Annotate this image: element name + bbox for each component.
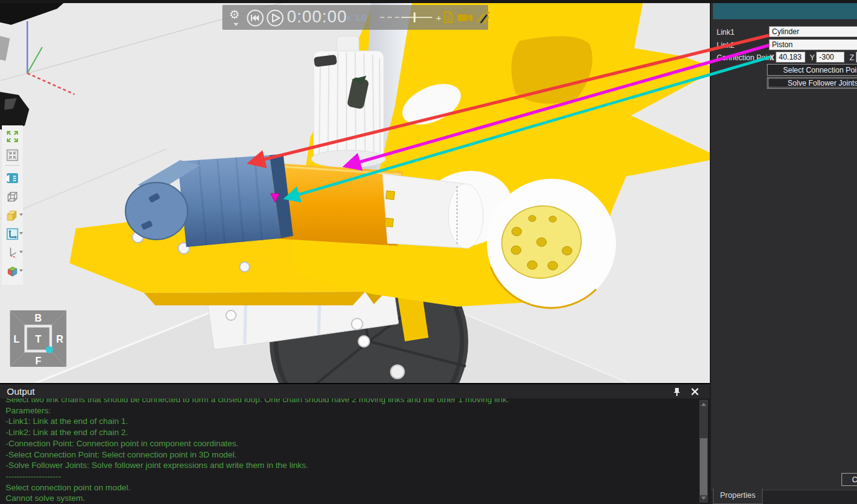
dropdown-caret-icon[interactable] — [19, 232, 23, 235]
settings-gear-icon[interactable]: ⚙ — [229, 7, 240, 22]
output-line: -------------------- — [0, 471, 699, 482]
jump-to-start-button[interactable] — [246, 9, 265, 27]
nav-label-left: L — [14, 334, 20, 344]
link2-label: Link2 — [717, 41, 735, 50]
output-panel: Select two link chains that should be co… — [0, 383, 710, 504]
application-window: ⚙ 0:00:00 x 1.0 + — [0, 0, 857, 504]
connection-point-x-field[interactable] — [776, 52, 805, 63]
joint-disc — [487, 179, 616, 308]
select-connection-point-button[interactable]: Select Connection Point — [767, 64, 857, 76]
output-line: -Solve Follower Joints: Solve follower j… — [0, 460, 699, 471]
play-button[interactable] — [266, 9, 284, 27]
panel-header — [713, 3, 857, 19]
nav-cube-corner-dot[interactable] — [46, 346, 53, 354]
y-axis-label: Y — [810, 53, 815, 62]
output-title: Output — [7, 386, 35, 397]
view-orientation-cube-icon[interactable] — [2, 263, 23, 279]
plane-view-icon[interactable] — [2, 169, 23, 186]
scroll-down-icon[interactable] — [701, 497, 706, 500]
output-line: -Connection Point: Connection point in c… — [0, 438, 699, 449]
output-scrollbar[interactable] — [699, 400, 708, 503]
x-axis-label: X — [769, 53, 774, 62]
nav-label-right: R — [57, 334, 64, 344]
speed-multiplier-label: x — [347, 13, 351, 22]
speed-scale-dash — [380, 17, 384, 18]
nav-label-top: T — [35, 334, 42, 344]
origin-axes-icon[interactable] — [2, 244, 23, 261]
simulation-time: 0:00:00 — [287, 7, 347, 27]
speed-value[interactable]: 1.0 — [355, 13, 366, 22]
white-motor-bellows — [311, 36, 386, 168]
shaded-render-icon[interactable] — [2, 207, 23, 223]
output-log: Select two link chains that should be co… — [0, 394, 699, 504]
dropdown-caret-icon[interactable] — [19, 251, 23, 253]
viewport-3d[interactable] — [0, 0, 710, 383]
connection-point-y-field[interactable] — [816, 52, 845, 63]
ribbon-bottom-edge — [0, 0, 857, 3]
z-axis-label: Z — [850, 53, 854, 62]
solve-follower-joints-button[interactable]: Solve Follower Joints — [767, 77, 857, 89]
tab-properties[interactable]: Properties — [713, 488, 763, 504]
output-line: -Link1: Link at the end of chain 1. — [0, 416, 699, 427]
fill-view-icon[interactable] — [2, 146, 23, 163]
nav-label-front: F — [35, 356, 42, 366]
properties-panel: Link1 Link2 Connection Point X Y Z Selec… — [710, 0, 857, 504]
scroll-up-icon[interactable] — [701, 403, 706, 406]
view-toolbar — [2, 125, 23, 285]
output-title-bar: Output — [0, 384, 710, 398]
scrollbar-thumb[interactable] — [700, 438, 707, 495]
speed-slider[interactable] — [401, 17, 432, 18]
output-line: Parameters: — [0, 405, 699, 416]
piston-housing — [383, 174, 483, 248]
output-line: Select connection point on model. — [0, 482, 699, 493]
link1-field[interactable] — [769, 26, 857, 37]
record-video-icon[interactable] — [457, 13, 473, 22]
export-experience-icon[interactable] — [476, 11, 491, 24]
link1-label: Link1 — [717, 28, 735, 37]
output-line: -Select Connection Point: Select connect… — [0, 449, 699, 461]
settings-caret-icon[interactable] — [234, 23, 238, 26]
export-pdf-icon[interactable] — [443, 11, 453, 24]
clipped-dialog-button[interactable]: C — [841, 473, 857, 486]
wireframe-render-icon[interactable] — [2, 188, 23, 205]
speed-scale-dash — [388, 17, 392, 18]
speed-scale-dash — [395, 17, 399, 18]
output-line: Cannot solve system. — [0, 493, 699, 504]
connection-point-label: Connection Point — [717, 53, 773, 62]
close-panel-icon[interactable] — [690, 387, 700, 397]
toolbar-divider — [5, 165, 20, 166]
zoom-to-fit-icon[interactable] — [2, 128, 23, 145]
nav-label-back: B — [35, 313, 42, 323]
pin-panel-icon[interactable] — [672, 387, 682, 397]
speed-increase-button[interactable]: + — [436, 12, 442, 23]
playback-toolbar: ⚙ 0:00:00 x 1.0 + — [222, 5, 488, 30]
view-navigation-cube[interactable]: B L T R F — [9, 309, 68, 371]
output-line: -Link2: Link at the end of chain 2. — [0, 427, 699, 438]
link2-field[interactable] — [769, 39, 857, 50]
scene-3d — [0, 0, 710, 383]
dropdown-caret-icon[interactable] — [19, 269, 23, 272]
dropdown-caret-icon[interactable] — [19, 214, 23, 216]
frame-of-reference-icon[interactable] — [2, 225, 23, 242]
speed-slider-handle[interactable] — [414, 12, 415, 22]
